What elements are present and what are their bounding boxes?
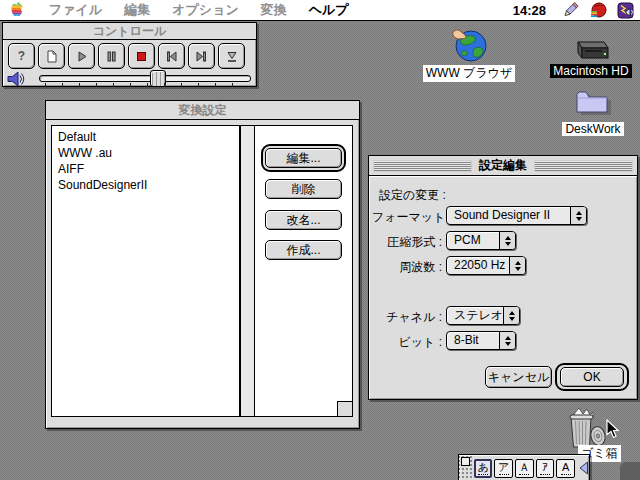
menubar-clock: 14:28 [513, 3, 546, 18]
funnel-down-icon [225, 50, 238, 63]
stop-icon [135, 50, 148, 63]
icon-label: Macintosh HD [550, 64, 631, 78]
desktop: ファイル 編集 オプション 変換 ヘルプ 14:28 [0, 0, 640, 480]
format-value: Sound Designer II [447, 207, 570, 224]
stop-button[interactable] [128, 43, 155, 69]
play-icon [75, 50, 88, 63]
dialog-heading: 設定の変更 : [379, 187, 446, 204]
skip-to-end-icon [195, 50, 208, 63]
skip-to-start-button[interactable] [158, 43, 185, 69]
titlebar-stripes-right [534, 160, 633, 172]
mode-katakana-button[interactable]: ア [494, 459, 513, 478]
preset-list-scrollbar[interactable] [240, 125, 255, 417]
list-item[interactable]: WWW .au [58, 145, 239, 161]
frequency-label: 周波数 : [372, 259, 442, 276]
mode-glyph: A [562, 462, 569, 473]
list-item[interactable]: Default [58, 129, 239, 145]
icon-label: DeskWork [562, 122, 623, 136]
palette-shadow [620, 462, 640, 480]
delete-button[interactable]: 削除 [265, 179, 342, 199]
conversion-settings-titlebar[interactable]: 変換設定 [46, 101, 359, 120]
desktop-icon-macintosh-hd[interactable]: Macintosh HD [558, 40, 624, 78]
list-item[interactable]: AIFF [58, 161, 239, 177]
new-document-button[interactable] [38, 43, 65, 69]
menu-help[interactable]: ヘルプ [298, 1, 360, 19]
control-palette-titlebar[interactable]: コントロール [3, 23, 256, 40]
edit-settings-dialog: 設定編集 設定の変更 : フォーマット : Sound Designer II … [368, 155, 638, 400]
help-button[interactable]: ? [8, 43, 35, 69]
pencil-input-method-icon[interactable] [561, 1, 580, 19]
volume-slider-track[interactable] [39, 75, 251, 82]
channel-label: チャネル : [372, 309, 442, 326]
mode-glyph: Ａ [519, 462, 530, 473]
bit-popup[interactable]: 8-Bit [446, 331, 516, 350]
control-palette-window: コントロール ? [2, 22, 257, 87]
channel-value: ステレオ [447, 307, 503, 324]
menu-edit[interactable]: 編集 [113, 1, 161, 19]
list-item[interactable]: SoundDesignerII [58, 177, 239, 193]
preset-buttons-panel: 編集... 削除 改名... 作成... [254, 125, 353, 417]
collapse-triangle-icon [579, 461, 589, 475]
format-label: フォーマット : [372, 209, 442, 226]
mode-halfwidth-roman-button[interactable]: A [556, 459, 575, 478]
conversion-settings-content: Default WWW .au AIFF SoundDesignerII 編集.… [46, 120, 359, 423]
bit-label: ビット : [372, 334, 442, 351]
compression-popup[interactable]: PCM [446, 231, 516, 250]
frequency-popup[interactable]: 22050 Hz [446, 256, 526, 275]
desktop-icon-www-browser[interactable]: WWW ブラウザ [424, 27, 514, 82]
ok-button-ring: OK [555, 363, 629, 391]
conversion-settings-title: 変換設定 [172, 102, 234, 119]
mode-fullwidth-roman-button[interactable]: Ａ [515, 459, 534, 478]
titlebar-stripes-left [373, 160, 472, 172]
desktop-icon-deskwork[interactable]: DeskWork [562, 86, 624, 136]
transport-buttons: ? [3, 40, 256, 69]
mode-hiragana-button[interactable]: あ [474, 459, 493, 478]
ok-button[interactable]: OK [560, 367, 624, 387]
application-menu-icon[interactable] [617, 2, 635, 19]
frequency-value: 22050 Hz [447, 257, 509, 274]
mode-halfwidth-katakana-button[interactable]: ｱ [536, 459, 555, 478]
volume-slider-ticks [45, 83, 247, 87]
edit-button-ring: 編集... [261, 144, 346, 172]
edit-settings-title: 設定編集 [472, 157, 534, 174]
menu-file[interactable]: ファイル [38, 1, 113, 19]
control-palette-title: コントロール [86, 23, 173, 40]
palette-drag-handle[interactable] [459, 455, 474, 480]
skip-to-start-icon [165, 50, 178, 63]
hard-disk-icon [570, 40, 612, 62]
speaker-icon[interactable] [7, 71, 27, 87]
frequency-popup-stepper [509, 257, 525, 274]
mode-glyph: ｱ [542, 462, 548, 473]
edit-button[interactable]: 編集... [265, 148, 342, 168]
apple-menu[interactable] [10, 2, 24, 18]
sound-app-icon[interactable] [590, 2, 607, 19]
mode-glyph: ア [498, 462, 509, 473]
document-icon [45, 50, 58, 63]
preset-list: Default WWW .au AIFF SoundDesignerII [51, 125, 240, 417]
format-popup[interactable]: Sound Designer II [446, 206, 587, 225]
compression-value: PCM [447, 232, 499, 249]
rename-button[interactable]: 改名... [265, 210, 342, 230]
play-button[interactable] [68, 43, 95, 69]
edit-settings-titlebar[interactable]: 設定編集 [369, 156, 637, 176]
pause-button[interactable] [98, 43, 125, 69]
skip-to-end-button[interactable] [188, 43, 215, 69]
input-method-palette: あ ア Ａ ｱ A [458, 454, 590, 480]
globe-hand-icon [450, 27, 488, 63]
mouse-cursor [606, 419, 620, 439]
apple-logo-icon [10, 2, 24, 18]
bit-popup-stepper [499, 332, 515, 349]
palette-collapse-button[interactable] [579, 461, 589, 475]
grow-box[interactable] [337, 401, 352, 416]
menu-options[interactable]: オプション [161, 1, 250, 19]
menu-convert[interactable]: 変換 [250, 1, 298, 19]
channel-popup[interactable]: ステレオ [446, 306, 520, 325]
compression-popup-stepper [499, 232, 515, 249]
bit-value: 8-Bit [447, 332, 499, 349]
create-button[interactable]: 作成... [265, 240, 342, 260]
cancel-button[interactable]: キャンセル [485, 366, 552, 388]
record-level-button[interactable] [218, 43, 245, 69]
format-popup-stepper [570, 207, 586, 224]
menu-bar: ファイル 編集 オプション 変換 ヘルプ 14:28 [0, 0, 640, 21]
palette-zoom-box[interactable] [461, 457, 470, 466]
